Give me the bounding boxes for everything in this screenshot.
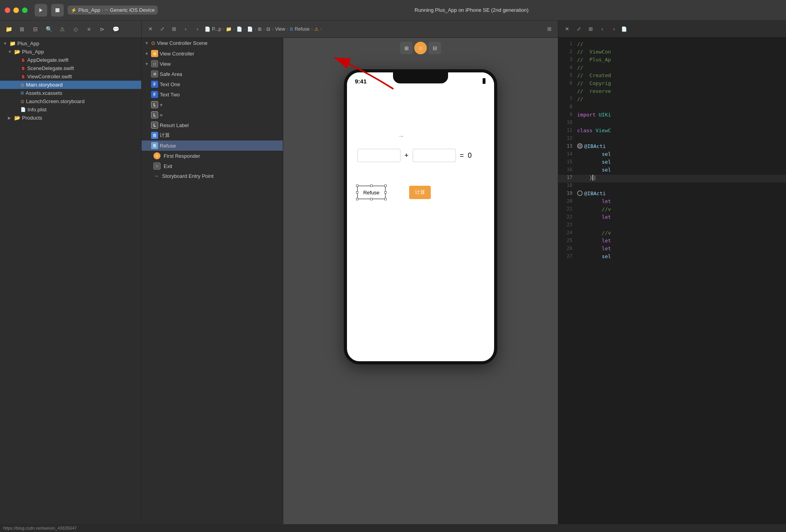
scene-nav-vc[interactable]: ▼ ⊙ View Controller <box>142 48 283 59</box>
exit-icon: ⊡ <box>153 163 161 170</box>
sidebar-item-products[interactable]: ▶ 📂 Products <box>0 114 141 122</box>
close-tab-icon[interactable]: ✕ <box>146 24 155 34</box>
sidebar-item-infoplist[interactable]: ▶ 📄 Info.plist <box>0 105 141 114</box>
handle-tl <box>356 185 358 187</box>
storyboard-entry-arrow: → <box>397 132 404 140</box>
status-url: https://blog.csdn.net/weixin_43635647 <box>3 526 77 530</box>
canvas-btn-2[interactable]: ⊙ <box>414 42 427 54</box>
code-line-20: 20 let <box>558 198 786 206</box>
minimize-button[interactable] <box>13 7 19 13</box>
grid-icon[interactable]: ⊞ <box>544 24 554 34</box>
prev-icon[interactable]: ‹ <box>181 24 190 34</box>
phone-eq-label: = <box>460 151 464 160</box>
scene-nav-jisuan[interactable]: ▶ B 计算 <box>142 130 283 140</box>
scene-nav-text-one[interactable]: ▶ F Text One <box>142 79 283 89</box>
branch-icon[interactable]: ⊳ <box>97 24 108 35</box>
jisuan-button-phone[interactable]: 计算 <box>409 186 431 199</box>
hierarchy-icon[interactable]: ⊟ <box>30 24 41 35</box>
phone-input-two[interactable] <box>413 149 456 162</box>
maximize-button[interactable] <box>22 7 28 13</box>
code-line-18: 18 <box>558 183 786 190</box>
canvas-btn-3[interactable]: ⊟ <box>428 42 441 54</box>
code-next-icon[interactable]: › <box>609 24 619 34</box>
debug-icon[interactable]: ≡ <box>83 24 94 35</box>
code-line-1: 1 // <box>558 41 786 49</box>
code-breadcrumb: 📄 <box>621 26 627 32</box>
expand-icon[interactable]: ⤢ <box>157 24 167 34</box>
code-expand-icon[interactable]: ⤢ <box>574 24 583 34</box>
sidebar-item-plus-app-root[interactable]: ▼ 📁 Plus_App <box>0 39 141 48</box>
sidebar-item-plus-app-group[interactable]: ▼ 📂 Plus_App <box>0 48 141 56</box>
scene-nav-safe-area[interactable]: ▶ ⊡ Safe Area <box>142 69 283 79</box>
scene-nav-exit[interactable]: ▶ ⊡ Exit <box>142 161 283 171</box>
code-content: 1 // 2 // ViewCon 3 // Plus_Ap 4 // 5 // <box>558 38 786 532</box>
handle-br <box>384 198 387 200</box>
stop-button[interactable] <box>51 4 64 17</box>
scene-nav-resurt[interactable]: ▶ L Resurt Label <box>142 120 283 130</box>
phone-notch <box>393 72 448 83</box>
sidebar-item-launchscreen[interactable]: ▶ ⊙ LaunchScreen.storyboard <box>0 97 141 105</box>
code-line-13: 13 @IBActi <box>558 143 786 151</box>
storyboard-canvas: ⊞ ⊙ ⊟ 9:41 ▊ <box>283 38 558 532</box>
sidebar-item-viewcontroller[interactable]: ▶ S ViewController.swift <box>0 72 141 81</box>
phone-mockup: 9:41 ▊ + = 0 <box>344 69 497 364</box>
sidebar-toolbar: 📁 ⊠ ⊟ 🔍 ⚠ ◇ ≡ ⊳ 💬 <box>0 20 141 38</box>
code-line-23: 23 <box>558 222 786 230</box>
canvas-btn-1[interactable]: ⊞ <box>400 42 413 54</box>
test-icon[interactable]: ◇ <box>70 24 81 35</box>
scene-nav-equals[interactable]: ▶ L = <box>142 110 283 120</box>
code-line-17: 17 }| <box>558 175 786 183</box>
code-line-26: 26 let <box>558 246 786 253</box>
code-close-icon[interactable]: ✕ <box>562 24 572 34</box>
sidebar-item-appdelegate[interactable]: ▶ S AppDelegate.swift <box>0 56 141 64</box>
scene-nav-refuse[interactable]: ▶ B Refuse <box>142 140 283 151</box>
next-icon[interactable]: › <box>193 24 202 34</box>
code-grid-icon[interactable]: ⊞ <box>586 24 595 34</box>
scene-nav-text-two[interactable]: ▶ F Text Two <box>142 89 283 100</box>
entry-arrow-icon: → <box>153 173 159 179</box>
label-b-icon-jisuan: B <box>151 132 158 139</box>
run-status: Running Plus_App on iPhone SE (2nd gener… <box>162 7 781 13</box>
gutter-dot-19 <box>577 190 583 196</box>
safe-area-icon: ⊡ <box>151 70 158 78</box>
phone-plus-label: + <box>404 151 409 160</box>
code-line-7: 7 // <box>558 96 786 104</box>
sidebar: 📁 ⊠ ⊟ 🔍 ⚠ ◇ ≡ ⊳ 💬 ▼ 📁 Plus_App ▼ 📂 Plus_… <box>0 20 142 532</box>
scene-nav-entry-point[interactable]: ▶ → Storyboard Entry Point <box>142 171 283 181</box>
title-bar: ⚡ Plus_App › ✏ Generic iOS Device Runnin… <box>0 0 786 20</box>
label-l-icon-plus: L <box>151 101 158 108</box>
scheme-selector[interactable]: ⚡ Plus_App › ✏ Generic iOS Device <box>68 6 158 15</box>
sidebar-item-main-storyboard[interactable]: ▶ ⊙ Main.storyboard <box>0 81 141 89</box>
code-line-25: 25 let <box>558 238 786 246</box>
sidebar-item-scenedelegate[interactable]: ▶ S SceneDelegate.swift <box>0 64 141 72</box>
vcs-icon[interactable]: ⊠ <box>17 24 28 35</box>
phone-result-label: 0 <box>468 151 472 160</box>
sidebar-item-assets[interactable]: ▶ ⊞ Assets.xcassets <box>0 89 141 97</box>
code-line-4: 4 // <box>558 65 786 72</box>
phone-input-one[interactable] <box>357 149 400 162</box>
code-line-12: 12 <box>558 135 786 143</box>
report-icon[interactable]: 💬 <box>110 24 121 35</box>
play-button[interactable] <box>35 4 47 17</box>
assistant-icon[interactable]: ⊞ <box>169 24 179 34</box>
handle-tr <box>384 185 387 187</box>
vc-icon: ⊙ <box>151 50 158 57</box>
view-icon: □ <box>151 60 158 67</box>
scene-nav-view[interactable]: ▼ □ View <box>142 59 283 69</box>
scene-header[interactable]: ▼ ⊙ View Controller Scene <box>142 38 283 48</box>
folder-icon[interactable]: 📁 <box>3 24 14 35</box>
label-l-icon-eq: L <box>151 111 158 118</box>
close-button[interactable] <box>5 7 10 13</box>
search-icon[interactable]: 🔍 <box>43 24 54 35</box>
code-line-11: 11 class ViewC <box>558 127 786 135</box>
code-line-3: 3 // Plus_Ap <box>558 57 786 65</box>
code-prev-icon[interactable]: ‹ <box>598 24 607 34</box>
scene-nav-plus[interactable]: ▶ L + <box>142 100 283 110</box>
editor-toolbar: ✕ ⤢ ⊞ ‹ › 📄 P...p › 📁 › 📄 › 📄 › ⊞ › ⊟ › … <box>142 20 558 38</box>
phone-time: 9:41 <box>355 78 367 85</box>
scene-nav-first-responder[interactable]: ▶ ⊙ First Responder <box>142 151 283 161</box>
code-line-27: 27 sel <box>558 253 786 261</box>
refuse-button-phone[interactable]: Refuse <box>357 186 386 199</box>
phone-buttons-row: Refuse 计算 <box>353 186 488 199</box>
warning-icon[interactable]: ⚠ <box>57 24 68 35</box>
